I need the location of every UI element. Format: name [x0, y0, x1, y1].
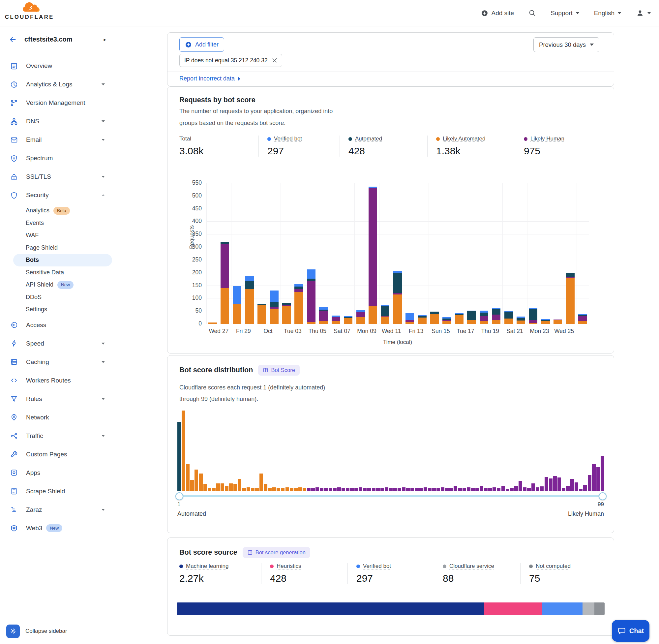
sidebar-item-email[interactable]: Email [0, 131, 113, 149]
site-selector-row[interactable]: cftestsite3.com ▸ [0, 26, 113, 53]
sidebar-item-caching[interactable]: Caching [0, 353, 113, 371]
bar-segment-likely-automated [295, 292, 303, 324]
stat-label-text: Likely Automated [443, 136, 485, 142]
sidebar-item-network[interactable]: Network [0, 408, 113, 427]
sidebar-item-dns[interactable]: DNS [0, 112, 113, 131]
account-menu[interactable] [636, 9, 651, 17]
bar-segment-automated [517, 318, 525, 321]
sidebar-item-page-shield[interactable]: Page Shield [0, 242, 113, 254]
sidebar-item-analytics-logs[interactable]: Analytics & Logs [0, 75, 113, 94]
filter-chip[interactable]: IP does not equal 35.212.240.32 [179, 54, 282, 67]
legend-dot [349, 137, 352, 141]
bar-segment-likely-automated [504, 319, 513, 324]
bot-score-generation-badge[interactable]: Bot score generation [243, 547, 310, 558]
bar-segment-automated [344, 317, 352, 318]
sidebar-item-version-management[interactable]: Version Management [0, 94, 113, 112]
chevron-up-icon [101, 194, 105, 196]
add-site-button[interactable]: Add site [481, 9, 514, 17]
sidebar-item-zaraz[interactable]: Zaraz [0, 501, 113, 519]
sidebar-item-sensitive-data[interactable]: Sensitive Data [0, 267, 113, 279]
sidebar-item-rules[interactable]: Rules [0, 390, 113, 408]
score-slider-knob-max[interactable] [599, 492, 607, 500]
gridline [453, 183, 453, 324]
histogram-bar-score-54 [406, 488, 410, 491]
stat-label-text: Heuristics [277, 563, 301, 570]
bar-segment-verified-bot [517, 317, 525, 318]
sidebar-item-ssl-tls[interactable]: SSL/TLS [0, 167, 113, 186]
chevron-right-icon [238, 77, 240, 81]
score-slider-track[interactable] [178, 495, 605, 497]
user-icon [636, 9, 644, 17]
sidebar-item-analytics[interactable]: AnalyticsBeta [0, 204, 113, 217]
histogram-bar-score-23 [272, 487, 276, 491]
language-menu[interactable]: English [594, 9, 621, 17]
chevron-down-icon [101, 343, 105, 345]
gridline [379, 183, 379, 324]
stat-label: Not computed [529, 563, 602, 570]
bar-segment-likely-automated [455, 315, 464, 324]
sidebar-item-security[interactable]: Security [0, 186, 113, 204]
chat-button[interactable]: Chat [612, 620, 650, 642]
histogram-bar-score-74 [493, 487, 496, 491]
stat-value: 2.27k [179, 573, 261, 584]
add-filter-label: Add filter [195, 41, 218, 48]
sidebar-item-traffic[interactable]: Traffic [0, 427, 113, 445]
date-range-dropdown[interactable]: Previous 30 days [534, 37, 599, 52]
support-menu[interactable]: Support [550, 9, 580, 17]
bar-segment-likely-automated [282, 306, 291, 324]
sidebar-item-api-shield[interactable]: API ShieldNew [0, 279, 113, 291]
histogram-bar-score-29 [298, 487, 302, 491]
gridline [206, 234, 589, 234]
search-button[interactable] [528, 9, 536, 17]
sidebar-item-apps[interactable]: Apps [0, 464, 113, 482]
sidebar-item-bots[interactable]: Bots [13, 254, 112, 267]
rules-icon [10, 395, 18, 403]
gridline [231, 183, 231, 324]
bar-segment-likely-automated [208, 322, 217, 324]
sidebar-item-web3[interactable]: Web3New [0, 519, 113, 537]
sidebar-item-scrape-shield[interactable]: Scrape Shield [0, 482, 113, 501]
bar-segment-verified-bot [504, 311, 513, 312]
sidebar-item-custom-pages[interactable]: Custom Pages [0, 445, 113, 464]
bar-segment-automated [430, 312, 439, 315]
histogram-bar-score-13 [229, 483, 233, 492]
back-arrow-icon[interactable] [8, 36, 17, 44]
sidebar-item-spectrum[interactable]: Spectrum [0, 149, 113, 167]
add-filter-button[interactable]: Add filter [179, 37, 224, 52]
bar-segment-verified-bot [344, 316, 352, 317]
collapse-sidebar-label[interactable]: Collapse sidebar [25, 628, 67, 635]
site-caret-icon[interactable]: ▸ [103, 37, 106, 43]
close-icon[interactable] [272, 58, 277, 63]
sidebar-item-overview[interactable]: Overview [0, 57, 113, 75]
bar-segment-likely-automated [220, 288, 229, 324]
sidebar-item-label: Caching [26, 359, 101, 366]
sidebar-item-waf[interactable]: WAF [0, 229, 113, 242]
stat-not-computed: Not computed75 [520, 563, 602, 584]
score-slider-knob-min[interactable] [175, 492, 183, 500]
sidebar-item-workers-routes[interactable]: Workers Routes [0, 371, 113, 390]
bar-segment-automated [480, 313, 488, 316]
y-axis-tick-label: 500 [181, 192, 202, 199]
bar-segment-automated [270, 302, 279, 307]
histogram-bar-score-78 [510, 488, 514, 491]
stat-value: 1.38k [436, 145, 515, 157]
legend-dot [436, 137, 440, 141]
sidebar-item-settings[interactable]: Settings [0, 303, 113, 316]
histogram-bar-score-88 [553, 476, 557, 491]
report-incorrect-data-link[interactable]: Report incorrect data [179, 75, 240, 82]
bar-segment-verified-bot [455, 313, 464, 314]
sidebar-item-label: Traffic [26, 432, 101, 440]
histogram-bar-score-64 [449, 488, 453, 491]
bar-segment-likely-automated [257, 305, 266, 324]
sidebar-item-ddos[interactable]: DDoS [0, 291, 113, 304]
sidebar-item-events[interactable]: Events [0, 217, 113, 230]
bar-segment-likely-automated [430, 314, 439, 324]
chevron-down-icon [101, 120, 105, 122]
settings-gear-button[interactable] [6, 624, 20, 638]
histogram-bar-score-50 [389, 488, 393, 491]
sidebar-item-speed[interactable]: Speed [0, 335, 113, 353]
bar-segment-verified-bot [480, 310, 488, 312]
sidebar-item-access[interactable]: Access [0, 316, 113, 335]
histogram-bar-score-21 [264, 484, 267, 491]
histogram-bar-score-86 [545, 477, 548, 491]
